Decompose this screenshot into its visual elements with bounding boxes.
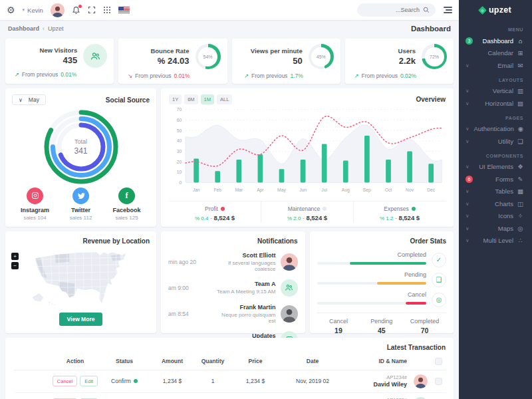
sidebar-section-components: COMPONENTS — [459, 148, 532, 161]
language-flag-icon[interactable] — [118, 7, 130, 14]
sidebar-item-horizontal[interactable]: ∨ Horizontal ▤ — [459, 97, 532, 110]
chevron-down-icon: ∨ — [466, 225, 471, 231]
progress-track — [317, 302, 427, 305]
order-bar-completed: Completed ✓ — [317, 251, 447, 265]
legend-expenses: Expenses % 1.2 - 8,524 $ — [353, 201, 446, 223]
sidebar-item-authentication[interactable]: ∨ Authentication ◉ — [459, 123, 532, 136]
search-box — [357, 3, 436, 17]
month-dropdown[interactable]: ∨ May — [12, 94, 46, 105]
svg-text:70: 70 — [177, 107, 182, 112]
cancel-button[interactable]: Cancel — [53, 376, 77, 386]
avatar — [281, 305, 298, 323]
brand-logo[interactable]: upzet — [459, 0, 532, 20]
social-rings-chart: Total 341 — [42, 108, 120, 186]
check-circle-icon[interactable]: ✓ — [432, 253, 446, 267]
channel-instagram: Instagram sales 104 — [12, 188, 58, 221]
sparkle-icon: ✧ — [517, 212, 524, 219]
card-title: Order Stats — [317, 237, 447, 245]
table-row: CancelEdit Confirm 1,234 $ 1 1,234 $ Nov… — [13, 370, 446, 393]
layout-horizontal-icon: ▤ — [517, 100, 524, 107]
avatar — [414, 374, 428, 388]
svg-text:Aug: Aug — [342, 188, 350, 193]
fullscreen-icon[interactable] — [88, 6, 96, 14]
sidebar-item-maps[interactable]: ∨ Maps ◎ — [459, 222, 532, 235]
sidebar-item-icons[interactable]: ∨ Icons ✧ — [459, 210, 532, 223]
trend-down-icon: ↘ — [128, 72, 132, 79]
calendar-icon[interactable]: ❑ — [432, 273, 446, 287]
channel-facebook: f Facebook sales 125 — [104, 188, 150, 221]
sidebar-item-ui-elements[interactable]: ∨ UI Elements ❖ — [459, 161, 532, 174]
notifications-bell-icon[interactable] — [72, 6, 80, 15]
twitter-icon[interactable] — [72, 188, 89, 204]
notification-item[interactable]: am 9:00 Team A Team A Meeting 9:15 AM — [168, 279, 298, 297]
grid-icon: ▦ — [517, 188, 524, 195]
range-all[interactable]: ALL — [217, 94, 232, 104]
chevron-down-icon: ∨ — [466, 237, 471, 243]
sidebar-item-dashboard[interactable]: 3 Dashboard ⌂ — [459, 35, 532, 47]
search-icon — [423, 7, 430, 13]
sidebar-item-vertical[interactable]: ∨ Vertical ▥ — [459, 85, 532, 98]
card-title: Social Source — [106, 96, 150, 104]
chevron-down-icon: ∨ — [466, 63, 471, 68]
row-checkbox[interactable] — [435, 378, 442, 385]
svg-text:Feb: Feb — [213, 188, 221, 192]
sidebar-item-forms[interactable]: 6 Forms ✎ — [459, 173, 532, 186]
range-1y[interactable]: 1Y — [169, 94, 182, 104]
breadcrumb-bar: Dashboard ‹ Upzet Dashboard — [0, 20, 459, 37]
breadcrumb-section[interactable]: Dashboard — [8, 25, 39, 32]
gauge-45: 45% — [309, 44, 334, 69]
menu-toggle-icon[interactable] — [444, 7, 452, 13]
overview-card: 1Y 6M 1M ALL Overview 010203040506070Jan… — [161, 88, 454, 227]
search-input[interactable] — [366, 7, 420, 13]
trend-up-icon: ↗ — [244, 72, 249, 79]
order-bar-pending: Pending ❑ — [317, 271, 447, 285]
calendar-icon: ⊞ — [517, 49, 524, 57]
target-icon[interactable]: ◎ — [432, 293, 446, 307]
share-icon: ∴ — [517, 237, 524, 244]
sidebar-item-charts[interactable]: ∨ Charts ◫ — [459, 198, 532, 210]
gauge-54: 54% — [196, 44, 221, 69]
edit-button[interactable]: Edit — [80, 376, 98, 386]
svg-text:30: 30 — [177, 149, 182, 154]
facebook-icon[interactable]: f — [118, 188, 135, 204]
table-row: CancelEdit Confirm 1,644 $ 2 822 $ Nov, … — [13, 393, 446, 399]
card-title: Revenue by Location — [12, 237, 150, 245]
home-icon: ⌂ — [517, 37, 524, 45]
usa-map[interactable] — [12, 246, 150, 313]
range-switcher: 1Y 6M 1M ALL — [169, 94, 232, 104]
order-summary: Cancel19 Pending45 Completed70 — [317, 313, 447, 334]
sidebar-item-multi-level[interactable]: ∨ Multi Level ∴ — [459, 235, 532, 247]
user-avatar[interactable] — [51, 3, 65, 17]
stats-row: New Visitors 435 ↗ From previous 0.01% — [5, 39, 454, 84]
range-6m[interactable]: 6M — [184, 94, 198, 104]
settings-gear-icon[interactable]: ⚙ — [7, 5, 15, 15]
map-alaska — [32, 293, 43, 301]
overview-legend: Profit % 0.4 - 8,524 $ Maintenance % 2.0… — [169, 201, 446, 223]
map-zoom-out-button[interactable]: − — [11, 262, 19, 269]
notification-item[interactable]: am 8:54 Frank Martin Neque porro quisqua… — [168, 304, 298, 324]
instagram-icon[interactable] — [27, 188, 43, 204]
user-menu[interactable]: ▾ Kevin — [23, 7, 43, 14]
apps-grid-icon[interactable] — [103, 6, 111, 14]
svg-text:Nov: Nov — [406, 188, 414, 192]
social-source-card: ∨ May Social Source — [5, 88, 156, 227]
users-icon — [83, 44, 107, 68]
chevron-down-icon: ∨ — [466, 213, 471, 219]
file-icon: ❏ — [517, 138, 524, 145]
trend-up-icon: ↗ — [15, 71, 19, 78]
sidebar-item-utility[interactable]: ∨ Utility ❏ — [459, 135, 532, 148]
sidebar-item-tables[interactable]: ∨ Tables ▦ — [459, 186, 532, 198]
map-zoom-in-button[interactable]: + — [11, 253, 19, 260]
notification-item[interactable]: min ago 20 Scott Elliott If several lang… — [168, 252, 298, 272]
range-1m[interactable]: 1M — [201, 94, 214, 104]
card-title: Latest Transaction — [13, 344, 446, 351]
select-all-checkbox[interactable] — [435, 358, 442, 365]
sidebar-item-calendar[interactable]: Calendar ⊞ — [459, 47, 532, 60]
bar-chart-icon: ◫ — [517, 200, 524, 207]
chevron-down-icon: ∨ — [466, 164, 471, 170]
svg-text:0: 0 — [180, 180, 182, 185]
sidebar-item-email[interactable]: ∨ Email ✉ — [459, 59, 532, 72]
latest-transaction-card: Latest Transaction Action Status Amount … — [5, 338, 454, 399]
team-icon — [281, 279, 298, 297]
view-more-button[interactable]: View More — [59, 313, 103, 326]
